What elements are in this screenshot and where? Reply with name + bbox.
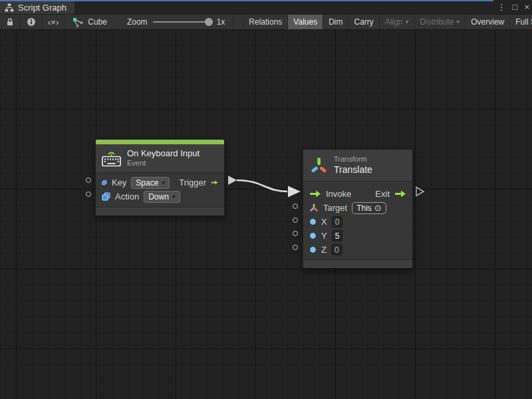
float-port-icon <box>309 218 317 225</box>
target-object-field[interactable]: This ⊙ <box>352 202 386 214</box>
node-transform-translate[interactable]: Transform Translate Invoke Exit <box>303 149 413 269</box>
event-accent-bar <box>96 140 224 144</box>
enum-literal-icon <box>102 192 110 201</box>
exit-output-port[interactable] <box>416 188 424 196</box>
maximize-icon[interactable]: □ <box>513 0 518 14</box>
x-value-field[interactable]: 0 <box>332 216 343 227</box>
float-port-icon <box>309 246 317 253</box>
trigger-output-port[interactable] <box>228 176 237 185</box>
close-icon[interactable]: × <box>524 0 529 14</box>
flow-arrow-icon <box>394 190 406 198</box>
zoom-slider-handle[interactable] <box>205 18 213 26</box>
preview-code-button[interactable]: ‹×› <box>43 15 65 29</box>
z-value-field[interactable]: 0 <box>331 244 342 255</box>
zoom-control: Zoom 1x <box>115 15 233 29</box>
action-input-port[interactable] <box>86 192 91 197</box>
toolbar-button-align[interactable]: Align▾ <box>379 15 414 29</box>
keyboard-icon <box>102 150 121 167</box>
tab-title: Script Graph <box>18 3 66 13</box>
lock-button[interactable] <box>0 15 21 29</box>
connection-wire[interactable] <box>237 180 287 192</box>
transform-mini-icon <box>309 203 319 212</box>
object-picker-icon: ⊙ <box>374 203 382 212</box>
event-node-header: On Keyboard Input Event <box>96 144 224 173</box>
chevron-down-icon: ▾ <box>456 19 460 25</box>
zoom-value: 1x <box>217 17 225 27</box>
wire-layer <box>0 30 532 399</box>
info-icon <box>27 17 36 27</box>
graph-canvas[interactable]: On Keyboard Input Event Key Space ▾ <box>0 30 532 399</box>
key-dropdown[interactable]: Space ▾ <box>131 177 170 189</box>
chevron-down-icon: ▾ <box>406 19 409 25</box>
transform-node-header: Transform Translate <box>303 150 412 182</box>
x-input-port[interactable] <box>293 217 298 223</box>
z-input-port[interactable] <box>293 245 298 250</box>
graph-target-label: Cube <box>88 17 107 27</box>
zoom-label: Zoom <box>127 17 148 27</box>
flow-arrow-icon <box>309 190 321 198</box>
flow-arrow-icon <box>211 179 218 186</box>
z-row: Z 0 <box>303 243 412 257</box>
action-row: Action Down ▾ <box>96 190 224 203</box>
transform-node-footer <box>303 259 412 268</box>
event-node-footer <box>96 207 224 215</box>
key-row: Key Space ▾ Trigger <box>96 176 224 190</box>
y-label: Y <box>321 231 327 241</box>
code-icon: ‹×› <box>48 17 59 27</box>
enum-literal-icon <box>102 178 107 187</box>
trigger-label: Trigger <box>179 178 206 188</box>
float-port-icon <box>309 232 317 239</box>
toolbar-button-relations[interactable]: Relations <box>243 15 287 29</box>
y-input-port[interactable] <box>293 231 298 236</box>
toolbar-button-fullscreen[interactable]: Full Screen <box>509 15 532 29</box>
script-graph-window: Script Graph ⋮ □ × ‹×› <box>0 0 532 399</box>
x-label: X <box>321 217 327 227</box>
toolbar-button-dim[interactable]: Dim <box>323 15 348 29</box>
exit-label: Exit <box>375 189 390 199</box>
x-row: X 0 <box>303 215 412 229</box>
z-label: Z <box>321 245 327 255</box>
event-node-title: On Keyboard Input <box>127 148 200 159</box>
zoom-slider[interactable] <box>153 21 211 23</box>
action-label: Action <box>115 192 139 201</box>
graph-target[interactable]: Cube <box>65 15 115 29</box>
invoke-label: Invoke <box>326 189 351 199</box>
window-menu-icon[interactable]: ⋮ <box>497 0 506 14</box>
invoke-input-port[interactable] <box>288 186 301 198</box>
tab-script-graph[interactable]: Script Graph <box>0 0 74 14</box>
key-input-port[interactable] <box>86 178 91 183</box>
invoke-row: Invoke Exit <box>303 187 412 201</box>
transform-icon <box>310 156 328 174</box>
graph-pointer-icon <box>72 17 84 27</box>
chevron-down-icon: ▾ <box>162 180 165 186</box>
toolbar-button-overview[interactable]: Overview <box>465 15 509 29</box>
target-input-port[interactable] <box>293 203 298 209</box>
title-bar: Script Graph ⋮ □ × <box>0 0 532 14</box>
key-label: Key <box>112 178 126 188</box>
node-on-keyboard-input[interactable]: On Keyboard Input Event Key Space ▾ <box>95 139 225 216</box>
y-row: Y 5 <box>303 229 412 243</box>
target-row: Target This ⊙ <box>303 201 412 215</box>
y-value-field[interactable]: 5 <box>332 230 343 241</box>
transform-node-category: Transform <box>334 155 372 164</box>
transform-node-title: Translate <box>334 164 372 176</box>
graph-toolbar: ‹×› Cube Zoom 1x Relations Values Dim Ca… <box>0 14 532 30</box>
info-button[interactable] <box>21 15 43 29</box>
focused-tab-indicator <box>0 0 493 1</box>
event-node-subtitle: Event <box>127 159 200 168</box>
chevron-down-icon: ▾ <box>172 194 176 200</box>
lock-icon <box>6 17 14 27</box>
toolbar-button-carry[interactable]: Carry <box>348 15 378 29</box>
script-graph-icon <box>5 3 14 12</box>
target-label: Target <box>323 203 347 213</box>
action-dropdown[interactable]: Down ▾ <box>144 191 180 203</box>
toolbar-button-distribute[interactable]: Distribute▾ <box>414 15 466 29</box>
toolbar-button-values[interactable]: Values <box>287 15 323 29</box>
